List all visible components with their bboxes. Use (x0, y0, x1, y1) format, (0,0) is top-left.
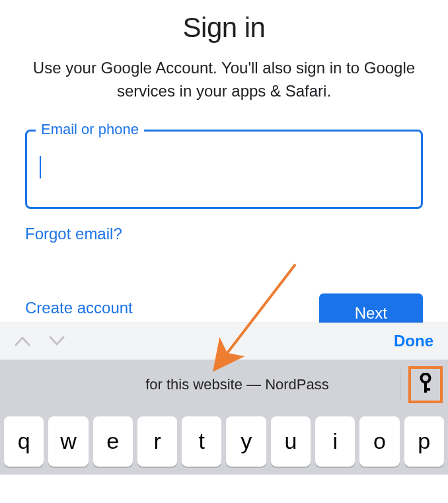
key-p[interactable]: p (404, 416, 444, 467)
annotation-highlight (408, 366, 443, 403)
keyboard-toolbar: Done (0, 323, 448, 360)
autofill-suggestion[interactable]: for this website — NordPass (0, 376, 448, 393)
key-y[interactable]: y (226, 416, 266, 467)
key-icon[interactable] (416, 373, 435, 397)
page-title: Sign in (25, 12, 423, 44)
svg-rect-2 (424, 388, 430, 391)
done-button[interactable]: Done (394, 332, 433, 350)
chevron-up-icon[interactable] (15, 336, 30, 346)
password-key-slot (400, 366, 443, 403)
email-field[interactable] (25, 130, 423, 209)
next-button-clip: Next (319, 293, 423, 323)
key-t[interactable]: t (182, 416, 221, 467)
keyboard-row-1: q w e r t y u i o p (0, 410, 448, 475)
email-field-wrap: Email or phone (25, 130, 423, 209)
email-label: Email or phone (36, 121, 144, 138)
forgot-email-link[interactable]: Forgot email? (25, 225, 122, 243)
page-subtitle: Use your Google Account. You'll also sig… (25, 57, 423, 103)
create-account-link[interactable]: Create account (25, 299, 133, 323)
svg-rect-1 (424, 381, 427, 393)
key-w[interactable]: w (48, 416, 88, 467)
field-nav (15, 336, 65, 346)
key-o[interactable]: o (359, 416, 399, 467)
key-u[interactable]: u (271, 416, 311, 467)
separator (400, 369, 400, 400)
signin-panel: Sign in Use your Google Account. You'll … (0, 0, 448, 323)
actions-row: Create account Next (25, 293, 423, 323)
next-button[interactable]: Next (319, 293, 423, 323)
autofill-bar: for this website — NordPass (0, 360, 448, 410)
chevron-down-icon[interactable] (49, 336, 65, 346)
svg-point-0 (422, 373, 430, 382)
key-q[interactable]: q (4, 416, 44, 467)
text-caret (40, 156, 41, 178)
key-r[interactable]: r (137, 416, 177, 467)
key-i[interactable]: i (315, 416, 355, 467)
key-e[interactable]: e (93, 416, 133, 467)
